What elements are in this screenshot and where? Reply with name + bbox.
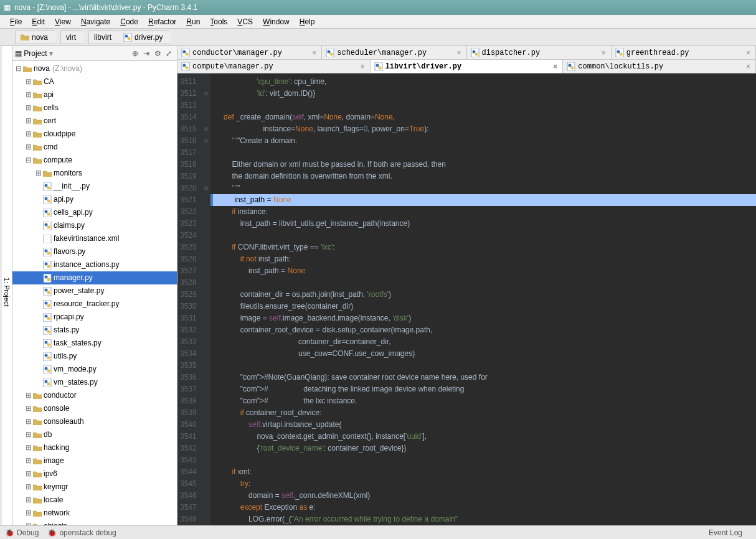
- tree-folder-cmd[interactable]: ⊞cmd: [12, 141, 177, 154]
- tab-label: greenthread.py: [626, 49, 745, 57]
- tree-folder-cert[interactable]: ⊞cert: [12, 115, 177, 128]
- fold-gutter[interactable]: ⊖⊖⊖⊖: [202, 73, 210, 539]
- tree-twist-icon[interactable]: ⊞: [25, 428, 32, 441]
- breadcrumb-libvirt[interactable]: libvirt: [88, 30, 118, 44]
- editor-tab-dispatcher-py[interactable]: dispatcher.py×: [467, 46, 612, 59]
- tree-folder-locale[interactable]: ⊞locale: [12, 494, 177, 507]
- close-tab-icon[interactable]: ×: [745, 62, 752, 71]
- tree-twist-icon[interactable]: ⊞: [25, 454, 32, 467]
- menu-window[interactable]: Window: [258, 16, 295, 27]
- breadcrumb-virt[interactable]: virt: [60, 30, 82, 44]
- tree-file-flavors-py[interactable]: flavors.py: [12, 245, 177, 258]
- tree-folder-image[interactable]: ⊞image: [12, 454, 177, 467]
- close-tab-icon[interactable]: ×: [359, 62, 366, 71]
- menu-tools[interactable]: Tools: [205, 16, 232, 27]
- menu-help[interactable]: Help: [295, 16, 320, 27]
- tree-twist-icon[interactable]: ⊞: [25, 389, 32, 402]
- tree-folder-CA[interactable]: ⊞CA: [12, 75, 177, 88]
- close-tab-icon[interactable]: ×: [455, 49, 462, 57]
- tree-twist-icon[interactable]: ⊞: [25, 441, 32, 454]
- menu-code[interactable]: Code: [115, 16, 143, 27]
- tree-twist-icon[interactable]: ⊟: [15, 62, 22, 75]
- close-tab-icon[interactable]: ×: [311, 49, 318, 57]
- tree-file-rpcapi-py[interactable]: rpcapi.py: [12, 311, 177, 324]
- tool-tab-project[interactable]: 1: Project: [2, 46, 12, 539]
- tree-twist-icon[interactable]: ⊞: [25, 115, 32, 128]
- tree-folder-compute[interactable]: ⊟compute: [12, 154, 177, 167]
- hide-icon[interactable]: ⤢: [163, 49, 174, 58]
- chevron-down-icon[interactable]: ▾: [49, 49, 53, 58]
- tree-folder-hacking[interactable]: ⊞hacking: [12, 441, 177, 454]
- tree-folder-ipv6[interactable]: ⊞ipv6: [12, 467, 177, 480]
- tree-folder-console[interactable]: ⊞console: [12, 402, 177, 415]
- editor-tab-scheduler-manager-py[interactable]: scheduler\manager.py×: [322, 46, 466, 59]
- close-tab-icon[interactable]: ×: [600, 49, 607, 57]
- event-log-button[interactable]: Event Log: [709, 528, 742, 537]
- editor-tab-compute-manager-py[interactable]: compute\manager.py×: [177, 60, 371, 73]
- tree-folder-keymgr[interactable]: ⊞keymgr: [12, 480, 177, 494]
- scroll-to-source-icon[interactable]: ⊕: [130, 49, 141, 58]
- editor-tab-conductor-manager-py[interactable]: conductor\manager.py×: [177, 46, 322, 59]
- editor-tab-greenthread-py[interactable]: greenthread.py×: [612, 46, 756, 59]
- tree-twist-icon[interactable]: ⊟: [25, 154, 32, 167]
- run-config-button[interactable]: 🐞openstack debug: [47, 528, 116, 537]
- tree-folder-consoleauth[interactable]: ⊞consoleauth: [12, 415, 177, 428]
- breadcrumb-driver.py[interactable]: driver.py: [118, 30, 169, 44]
- tree-file-vm_states-py[interactable]: vm_states.py: [12, 376, 177, 389]
- editor-tab-libvirt-driver-py[interactable]: libvirt\driver.py×: [371, 60, 564, 73]
- tree-twist-icon[interactable]: ⊞: [25, 480, 32, 494]
- project-tree[interactable]: ⊟nova(Z:\nova)⊞CA⊞api⊞cells⊞cert⊞cloudpi…: [12, 61, 177, 539]
- tool-tab-structure[interactable]: 7: Structure: [0, 46, 2, 539]
- tree-twist-icon[interactable]: ⊞: [25, 75, 32, 88]
- gear-icon[interactable]: ⚙: [152, 49, 163, 58]
- tree-folder-db[interactable]: ⊞db: [12, 428, 177, 441]
- breadcrumb-nova[interactable]: nova: [15, 30, 54, 44]
- tree-folder-monitors[interactable]: ⊞monitors: [12, 167, 177, 180]
- tree-item-label: image: [44, 454, 64, 467]
- tree-twist-icon[interactable]: ⊞: [25, 494, 32, 507]
- tree-twist-icon[interactable]: ⊞: [25, 507, 32, 520]
- tree-file-power_state-py[interactable]: power_state.py: [12, 284, 177, 298]
- tree-twist-icon[interactable]: ⊞: [25, 101, 32, 115]
- tree-folder-cloudpipe[interactable]: ⊞cloudpipe: [12, 128, 177, 141]
- tree-twist-icon[interactable]: ⊞: [35, 167, 42, 180]
- tree-file-claims-py[interactable]: claims.py: [12, 219, 177, 232]
- py-file-icon: [326, 49, 334, 57]
- debug-tool-button[interactable]: 🐞Debug: [5, 528, 39, 537]
- tree-file-utils-py[interactable]: utils.py: [12, 350, 177, 363]
- tree-file-instance_actions-py[interactable]: instance_actions.py: [12, 258, 177, 271]
- menu-file[interactable]: File: [5, 16, 27, 27]
- menu-vcs[interactable]: VCS: [232, 16, 258, 27]
- close-tab-icon[interactable]: ×: [745, 49, 752, 57]
- code-editor[interactable]: 3511351235133514351535163517351835193520…: [177, 73, 756, 539]
- tree-root[interactable]: ⊟nova(Z:\nova): [12, 62, 177, 75]
- tree-file-vm_mode-py[interactable]: vm_mode.py: [12, 363, 177, 376]
- tree-folder-conductor[interactable]: ⊞conductor: [12, 389, 177, 402]
- menu-navigate[interactable]: Navigate: [76, 16, 115, 27]
- tree-twist-icon[interactable]: ⊞: [25, 402, 32, 415]
- tree-twist-icon[interactable]: ⊞: [25, 88, 32, 101]
- tree-file-resource_tracker-py[interactable]: resource_tracker.py: [12, 298, 177, 311]
- tree-file-manager-py[interactable]: manager.py: [12, 271, 177, 284]
- tree-twist-icon[interactable]: ⊞: [25, 141, 32, 154]
- close-tab-icon[interactable]: ×: [552, 62, 559, 71]
- tree-file-task_states-py[interactable]: task_states.py: [12, 337, 177, 350]
- tree-file-fakevirtinstance-xml[interactable]: fakevirtinstance.xml: [12, 232, 177, 245]
- menu-edit[interactable]: Edit: [27, 16, 50, 27]
- menu-view[interactable]: View: [50, 16, 76, 27]
- tree-twist-icon[interactable]: ⊞: [25, 467, 32, 480]
- menu-refactor[interactable]: Refactor: [143, 16, 181, 27]
- tree-folder-api[interactable]: ⊞api: [12, 88, 177, 101]
- tree-file-api-py[interactable]: api.py: [12, 193, 177, 206]
- tree-file-stats-py[interactable]: stats.py: [12, 324, 177, 337]
- editor-tab-common-lockutils-py[interactable]: common\lockutils.py×: [563, 60, 756, 73]
- collapse-all-icon[interactable]: ⇥: [141, 49, 152, 58]
- tree-folder-network[interactable]: ⊞network: [12, 507, 177, 520]
- menu-run[interactable]: Run: [181, 16, 205, 27]
- code-content[interactable]: 'cpu_time': cpu_time, 'id': virt_dom.ID(…: [210, 73, 756, 539]
- tree-twist-icon[interactable]: ⊞: [25, 128, 32, 141]
- tree-file-cells_api-py[interactable]: cells_api.py: [12, 206, 177, 219]
- tree-folder-cells[interactable]: ⊞cells: [12, 101, 177, 115]
- tree-twist-icon[interactable]: ⊞: [25, 415, 32, 428]
- tree-file-__init__-py[interactable]: __init__.py: [12, 180, 177, 193]
